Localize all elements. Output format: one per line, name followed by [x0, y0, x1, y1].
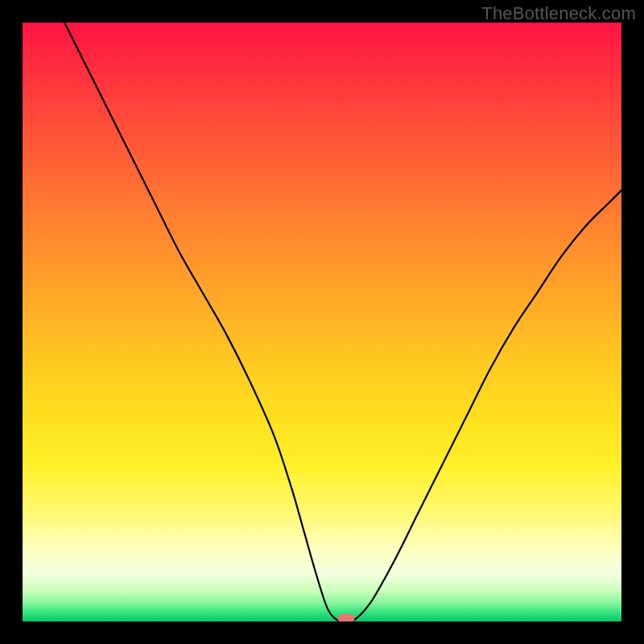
chart-frame: TheBottleneck.com	[0, 0, 644, 644]
watermark-text: TheBottleneck.com	[481, 3, 636, 24]
bottleneck-curve	[23, 23, 621, 621]
plot-area	[23, 23, 621, 621]
minimum-marker	[337, 613, 354, 621]
